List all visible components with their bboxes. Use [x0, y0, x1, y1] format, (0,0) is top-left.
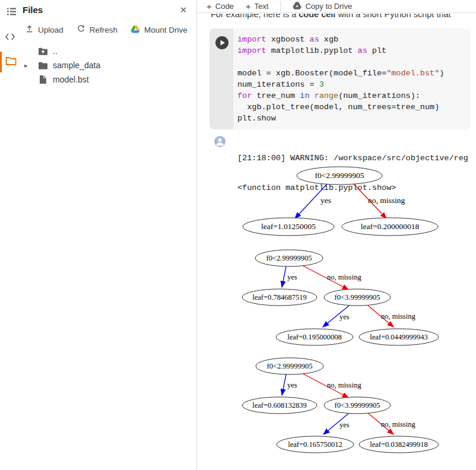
- upload-label: Upload: [38, 26, 64, 34]
- add-text-label: Text: [255, 2, 269, 11]
- refresh-label: Refresh: [90, 26, 118, 34]
- add-text-button[interactable]: + Text: [246, 1, 269, 11]
- file-label: ..: [53, 46, 58, 56]
- files-panel: Files ✕ Upload Refresh Mount Drive: [0, 0, 196, 470]
- upload-button[interactable]: Upload: [25, 24, 64, 35]
- toolbar-separator: [280, 1, 281, 12]
- file-icon: [37, 75, 48, 84]
- folder-icon: [37, 61, 48, 70]
- file-tree: .. ▸ sample_data model.bst: [21, 44, 193, 87]
- file-row-parent-dir[interactable]: ..: [21, 44, 193, 58]
- refresh-icon: [77, 24, 85, 35]
- active-tab-indicator: [0, 52, 2, 72]
- play-icon: [215, 36, 229, 49]
- table-of-contents-icon[interactable]: [5, 5, 17, 17]
- add-code-label: Code: [215, 2, 234, 11]
- copy-to-drive-label: Copy to Drive: [305, 2, 352, 11]
- left-rail: [0, 0, 21, 470]
- notebook-pane: + Code + Text Copy to Drive For example,…: [197, 0, 476, 470]
- code-editor[interactable]: import xgboost as xgbimport matplotlib.p…: [237, 34, 468, 124]
- copy-to-drive-button[interactable]: Copy to Drive: [293, 2, 352, 11]
- files-panel-toolbar: Upload Refresh Mount Drive: [25, 24, 188, 36]
- files-icon[interactable]: [5, 55, 17, 66]
- code-snippets-icon[interactable]: [4, 31, 16, 43]
- plus-icon: +: [207, 1, 212, 11]
- notebook-toolbar: + Code + Text Copy to Drive: [197, 0, 476, 13]
- code-cell: import xgboost as xgbimport matplotlib.p…: [210, 28, 471, 129]
- cell-output-text: [21:18:00] WARNING: /workspace/src/objec…: [237, 134, 468, 212]
- file-row-model-bst[interactable]: model.bst: [21, 72, 193, 87]
- intro-bold-text: code cell: [299, 14, 335, 19]
- mount-drive-button[interactable]: Mount Drive: [131, 25, 188, 35]
- intro-text: For example, here is a: [211, 14, 299, 19]
- close-icon[interactable]: ✕: [177, 4, 189, 16]
- run-cell-button[interactable]: [215, 36, 229, 49]
- file-label: model.bst: [53, 75, 89, 84]
- output-warning-line: [21:18:00] WARNING: /workspace/src/objec…: [237, 154, 468, 164]
- output-result-line: <function matplotlib.pyplot.show>: [237, 183, 468, 193]
- plus-icon: +: [246, 1, 251, 11]
- user-avatar: [214, 136, 226, 147]
- folder-up-icon: [37, 47, 48, 56]
- file-row-sample-data[interactable]: ▸ sample_data: [21, 58, 193, 72]
- add-code-button[interactable]: + Code: [207, 1, 234, 11]
- drive-icon: [131, 25, 140, 35]
- refresh-button[interactable]: Refresh: [77, 24, 118, 35]
- files-panel-title: Files: [23, 5, 43, 15]
- drive-icon: [293, 2, 302, 11]
- upload-icon: [25, 24, 34, 35]
- mount-drive-label: Mount Drive: [144, 26, 188, 34]
- intro-text: with a short Python script that: [335, 14, 450, 19]
- chevron-right-icon[interactable]: ▸: [24, 62, 37, 69]
- markdown-text-clipped: For example, here is a code cell with a …: [211, 14, 476, 23]
- file-label: sample_data: [53, 61, 100, 70]
